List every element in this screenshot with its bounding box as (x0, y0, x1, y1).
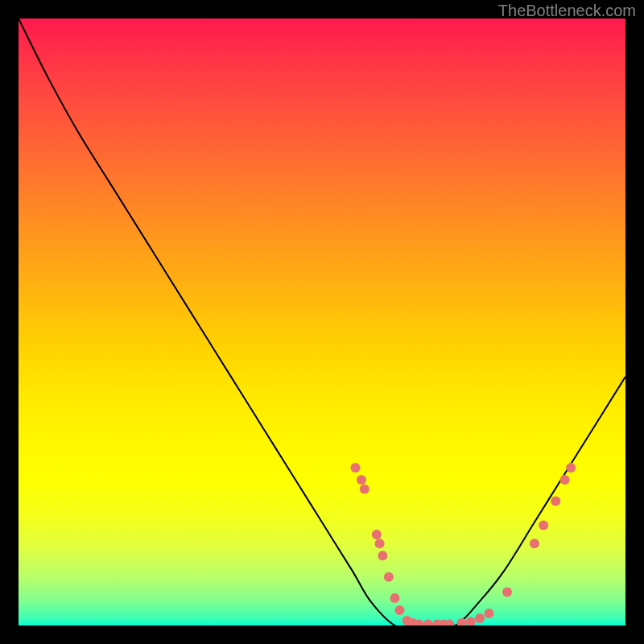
data-marker (551, 496, 560, 506)
data-marker (351, 463, 361, 473)
data-marker (423, 620, 433, 626)
watermark-text: TheBottleneck.com (498, 2, 636, 20)
data-marker (475, 613, 485, 623)
chart-svg (19, 19, 625, 625)
data-marker (384, 572, 394, 582)
data-marker (560, 475, 570, 485)
bottleneck-curve (19, 19, 625, 625)
data-marker (539, 521, 548, 530)
data-marker (466, 617, 476, 626)
data-marker (357, 475, 366, 485)
data-markers (351, 463, 576, 625)
data-marker (360, 484, 369, 493)
data-marker (484, 609, 493, 618)
chart-plot-area (19, 19, 625, 625)
data-marker (566, 463, 576, 473)
data-marker (372, 530, 382, 539)
data-marker (378, 551, 387, 560)
data-marker (530, 539, 539, 548)
data-marker (456, 618, 466, 625)
data-marker (390, 593, 400, 603)
data-marker (502, 588, 512, 597)
data-marker (375, 539, 385, 548)
data-marker (395, 605, 405, 615)
